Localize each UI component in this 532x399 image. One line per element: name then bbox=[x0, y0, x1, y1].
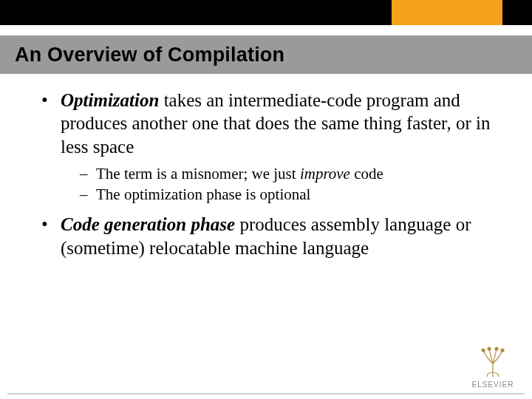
subbullet-1-2-text: The optimization phase is optional bbox=[96, 185, 499, 204]
svg-point-2 bbox=[488, 347, 491, 350]
title-band: An Overview of Compilation bbox=[0, 35, 532, 74]
tree-icon bbox=[476, 344, 510, 378]
bullet-marker: • bbox=[41, 89, 61, 158]
subbullet-1-2: – The optimization phase is optional bbox=[80, 185, 499, 204]
subbullet-1-1-italic: improve bbox=[300, 165, 350, 183]
top-black-bar bbox=[0, 0, 532, 25]
bullet-1-lead: Optimization bbox=[61, 90, 159, 110]
bullet-1-text: Optimization takes an intermediate-code … bbox=[61, 89, 499, 158]
slide-title: An Overview of Compilation bbox=[15, 44, 284, 66]
top-orange-accent bbox=[392, 0, 502, 25]
svg-point-3 bbox=[495, 347, 498, 350]
bullet-2-text: Code generation phase produces assembly … bbox=[61, 213, 499, 259]
publisher-logo: ELSEVIER bbox=[467, 344, 519, 389]
content-area: • Optimization takes an intermediate-cod… bbox=[41, 89, 499, 265]
footer-divider bbox=[7, 393, 525, 395]
subbullet-1-1-text: The term is a misnomer; we just improve … bbox=[96, 164, 499, 183]
bullet-1-sublist: – The term is a misnomer; we just improv… bbox=[80, 164, 499, 205]
svg-point-4 bbox=[501, 349, 504, 352]
bullet-1: • Optimization takes an intermediate-cod… bbox=[41, 89, 499, 158]
subbullet-1-1: – The term is a misnomer; we just improv… bbox=[80, 164, 499, 183]
svg-point-1 bbox=[482, 349, 485, 352]
subbullet-1-2-prefix: The optimization phase is optional bbox=[96, 185, 310, 203]
bullet-2-lead: Code generation phase bbox=[61, 214, 235, 234]
subbullet-1-1-prefix: The term is a misnomer; we just bbox=[96, 165, 300, 183]
bullet-marker: • bbox=[41, 213, 61, 259]
subbullet-marker: – bbox=[80, 185, 96, 204]
subbullet-1-1-suffix: code bbox=[350, 165, 383, 183]
publisher-name: ELSEVIER bbox=[467, 381, 519, 389]
bullet-2: • Code generation phase produces assembl… bbox=[41, 213, 499, 259]
slide: An Overview of Compilation • Optimizatio… bbox=[0, 0, 532, 399]
subbullet-marker: – bbox=[80, 164, 96, 183]
